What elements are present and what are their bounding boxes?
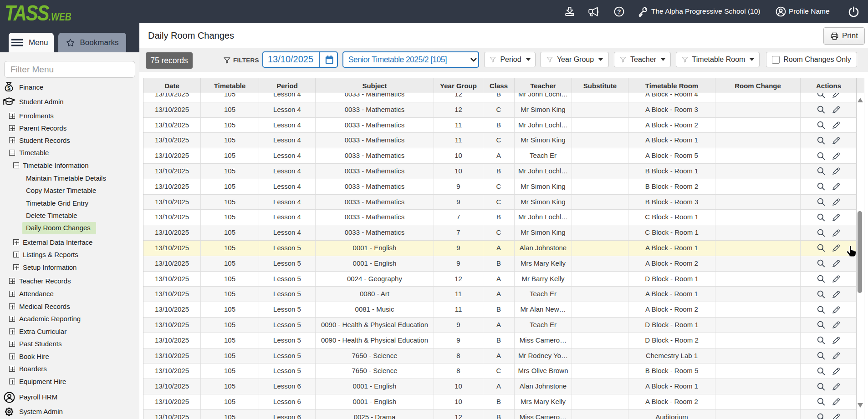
svg-text:?: ? [617,8,621,15]
svg-text:$: $ [7,85,10,91]
